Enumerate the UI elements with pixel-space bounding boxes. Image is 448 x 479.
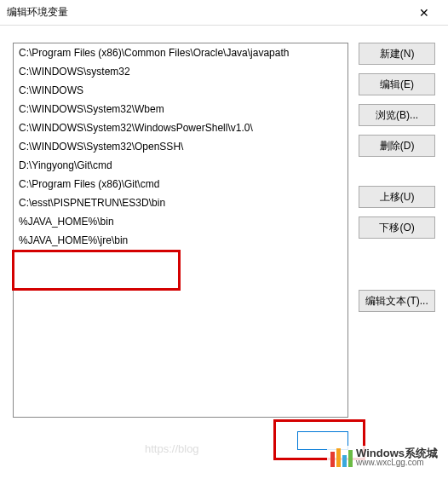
list-item[interactable]: %JAVA_HOME%\jre\bin <box>14 231 347 250</box>
list-item[interactable]: C:\WINDOWS\System32\OpenSSH\ <box>14 137 347 156</box>
watermark-logo: Windows系统城 www.wxcLgg.com <box>327 446 441 469</box>
list-item[interactable]: C:\Program Files (x86)\Git\cmd <box>14 175 347 193</box>
movedown-button[interactable]: 下移(O) <box>359 216 435 239</box>
dialog-content: C:\Program Files (x86)\Common Files\Orac… <box>0 26 448 479</box>
watermark-text: Windows系统城 www.wxcLgg.com <box>356 447 438 467</box>
moveup-button[interactable]: 上移(U) <box>359 186 435 208</box>
dialog-window: 编辑环境变量 ✕ C:\Program Files (x86)\Common F… <box>0 0 448 479</box>
list-item[interactable]: C:\WINDOWS <box>14 81 347 100</box>
browse-button[interactable]: 浏览(B)... <box>359 104 435 126</box>
list-item[interactable]: C:\WINDOWS\system32 <box>14 62 347 81</box>
list-item[interactable]: C:\Program Files (x86)\Common Files\Orac… <box>14 43 347 62</box>
window-title: 编辑环境变量 <box>7 5 68 20</box>
edittext-button[interactable]: 编辑文本(T)... <box>359 290 435 312</box>
delete-button[interactable]: 删除(D) <box>359 135 435 157</box>
list-item[interactable]: %JAVA_HOME%\bin <box>14 212 347 231</box>
list-item[interactable]: C:\WINDOWS\System32\Wbem <box>14 100 347 118</box>
spacer <box>359 247 435 290</box>
new-button[interactable]: 新建(N) <box>359 43 435 65</box>
edit-button[interactable]: 编辑(E) <box>359 73 435 95</box>
main-row: C:\Program Files (x86)\Common Files\Orac… <box>13 43 435 418</box>
list-item[interactable]: C:\WINDOWS\System32\WindowsPowerShell\v1… <box>14 118 347 137</box>
path-listbox[interactable]: C:\Program Files (x86)\Common Files\Orac… <box>13 43 348 418</box>
spacer <box>359 165 435 186</box>
close-icon: ✕ <box>419 6 429 20</box>
list-item[interactable]: D:\Yingyong\Git\cmd <box>14 156 347 175</box>
button-column: 新建(N) 编辑(E) 浏览(B)... 删除(D) 上移(U) 下移(O) 编… <box>359 43 435 418</box>
titlebar: 编辑环境变量 ✕ <box>0 0 448 26</box>
logo-bars-icon <box>330 448 353 467</box>
list-item[interactable]: C:\esst\PISPNETRUN\ES3D\bin <box>14 193 347 212</box>
watermark-url: www.wxcLgg.com <box>356 459 438 467</box>
close-button[interactable]: ✕ <box>407 0 441 26</box>
